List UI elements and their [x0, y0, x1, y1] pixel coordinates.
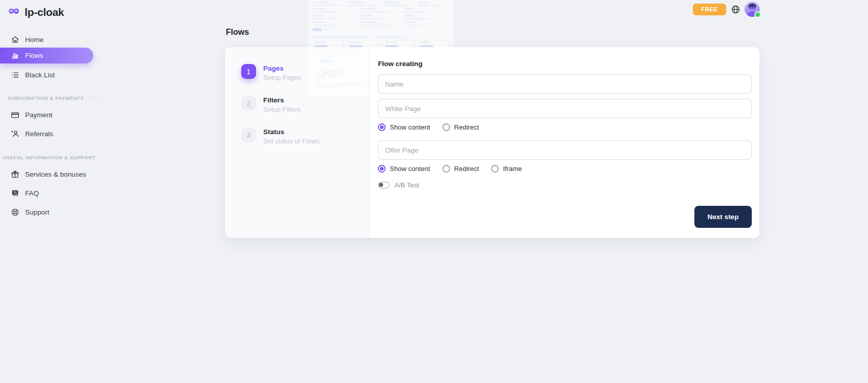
form-title: Flow creating	[378, 59, 752, 68]
step-subtitle: Setup Filters	[263, 105, 301, 113]
step-title: Status	[263, 127, 320, 136]
sidebar-item-label: Black List	[25, 71, 55, 79]
sidebar-section-support: USEFUL INFORMATION & SUPPORT	[3, 155, 93, 160]
svg-text:★: ★	[11, 130, 13, 133]
svg-text:?!: ?!	[13, 190, 16, 194]
flow-name-input[interactable]	[378, 74, 752, 94]
radio-unselected-icon	[442, 165, 450, 173]
sidebar: lp-cloak Home Flows	[0, 0, 93, 383]
offer-page-show-content-option[interactable]: Show content	[378, 165, 430, 173]
sidebar-nav: Home Flows Black List SUBSCRIPTION & PAY…	[0, 32, 93, 219]
sidebar-item-black-list[interactable]: Black List	[0, 68, 93, 82]
step-number-badge: 3	[241, 127, 256, 142]
sidebar-item-faq[interactable]: ?! FAQ	[0, 186, 93, 200]
sidebar-item-label: FAQ	[25, 189, 39, 197]
sidebar-item-label: Payment	[25, 111, 52, 119]
step-subtitle: Set status of Flows	[263, 137, 320, 145]
brand-name: lp-cloak	[25, 6, 64, 18]
step-number-badge: 2	[241, 96, 256, 111]
radio-selected-icon	[378, 123, 386, 131]
flow-creating-form: Flow creating Show content Redirect Show…	[370, 47, 759, 238]
flows-stack-icon	[11, 51, 19, 60]
online-status-dot	[754, 11, 761, 18]
white-page-mode-group: Show content Redirect	[378, 123, 752, 131]
radio-label: Iframe	[503, 165, 522, 173]
radio-label: Show content	[390, 165, 430, 173]
next-step-button[interactable]: Next step	[694, 206, 752, 228]
white-page-redirect-option[interactable]: Redirect	[442, 123, 479, 131]
step-title: Pages	[263, 64, 301, 72]
offer-page-redirect-option[interactable]: Redirect	[442, 165, 479, 173]
offer-page-input[interactable]	[378, 140, 752, 160]
plan-badge[interactable]: FREE	[693, 4, 726, 15]
topbar-actions: FREE	[693, 2, 760, 17]
white-page-show-content-option[interactable]: Show content	[378, 123, 430, 131]
toggle-knob	[379, 183, 383, 187]
radio-label: Redirect	[454, 165, 479, 173]
wizard-steps-panel: 1 Pages Setup Pages 2 Filters Setup Filt…	[225, 47, 370, 238]
ab-test-row: A/B Test	[378, 181, 752, 189]
user-avatar[interactable]	[745, 2, 760, 17]
offer-page-mode-group: Show content Redirect Iframe	[378, 164, 752, 173]
sidebar-item-label: Referrals	[25, 130, 53, 138]
home-icon	[11, 35, 19, 44]
language-globe-icon[interactable]	[730, 4, 740, 14]
sidebar-item-referrals[interactable]: ★ Referrals	[0, 126, 93, 141]
wizard-step-status[interactable]: 3 Status Set status of Flows	[241, 127, 320, 145]
sidebar-item-label: Home	[25, 36, 44, 44]
flow-creating-modal: 1 Pages Setup Pages 2 Filters Setup Filt…	[225, 47, 759, 238]
step-title: Filters	[263, 96, 301, 104]
ab-test-label: A/B Test	[394, 181, 419, 189]
sidebar-item-support[interactable]: Support	[0, 205, 93, 219]
brand-logo[interactable]: lp-cloak	[0, 0, 93, 20]
page-title: Flows	[226, 28, 249, 37]
step-subtitle: Setup Pages	[263, 74, 301, 81]
lifebuoy-icon	[11, 208, 19, 217]
faq-bubble-icon: ?!	[11, 189, 19, 198]
sidebar-item-home[interactable]: Home	[0, 32, 93, 47]
white-page-input[interactable]	[378, 99, 752, 118]
list-icon	[11, 71, 19, 79]
radio-unselected-icon	[491, 165, 499, 173]
gift-icon	[11, 170, 19, 179]
radio-label: Redirect	[454, 123, 479, 131]
sidebar-section-subscription: SUBSCRIPTION & PAYMENTS	[3, 95, 93, 101]
sidebar-item-flows[interactable]: Flows	[0, 48, 93, 63]
ab-test-toggle[interactable]	[378, 182, 390, 188]
credit-card-icon	[11, 111, 19, 119]
offer-page-iframe-option[interactable]: Iframe	[491, 165, 522, 173]
sidebar-item-label: Support	[25, 208, 49, 216]
sidebar-item-label: Services & bonuses	[25, 171, 86, 178]
step-number-badge: 1	[241, 64, 256, 79]
radio-label: Show content	[390, 123, 430, 131]
wizard-step-pages[interactable]: 1 Pages Setup Pages	[241, 64, 301, 81]
sidebar-item-label: Flows	[25, 52, 43, 59]
referral-user-icon: ★	[11, 130, 19, 138]
wizard-step-filters[interactable]: 2 Filters Setup Filters	[241, 96, 301, 113]
radio-selected-icon	[378, 165, 386, 173]
sidebar-item-payment[interactable]: Payment	[0, 108, 93, 122]
mask-logo-icon	[7, 6, 20, 18]
radio-unselected-icon	[442, 123, 450, 131]
sidebar-item-services-bonuses[interactable]: Services & bonuses	[0, 167, 93, 181]
